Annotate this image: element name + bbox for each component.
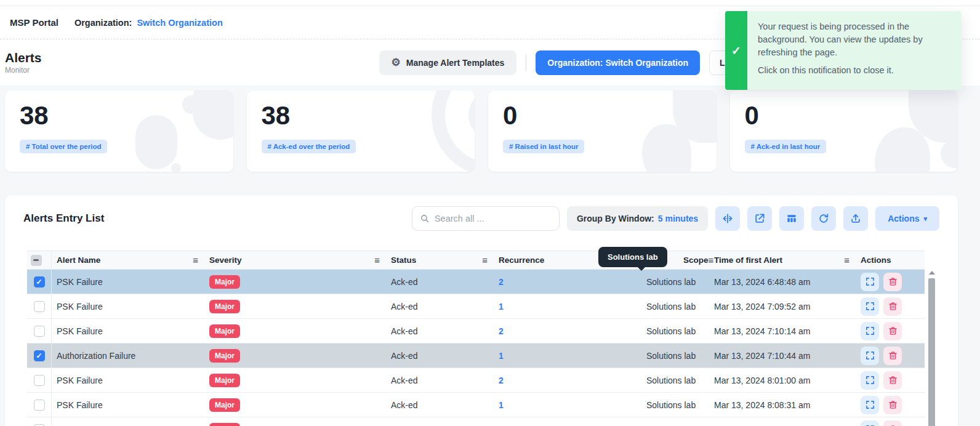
switch-organization-link[interactable]: Switch Organization (137, 18, 222, 28)
cell-recurrence: 1 (494, 302, 641, 311)
expand-alert-button[interactable] (861, 371, 879, 390)
cell-severity: Major (204, 374, 386, 387)
resize-columns-button[interactable] (715, 206, 740, 231)
page-title: Alerts (5, 50, 42, 65)
stat-card-acked-period: 38 # Ack-ed over the period (247, 90, 475, 172)
open-external-button[interactable] (747, 206, 772, 231)
expand-alert-button[interactable] (861, 396, 879, 414)
cell-actions (856, 396, 925, 414)
severity-badge: Major (209, 423, 240, 426)
table-row: ✓ PSK Failure Major Ack-ed 1 Solutions l… (27, 393, 925, 417)
column-menu-icon[interactable]: ≡ (193, 255, 198, 265)
export-button[interactable] (843, 206, 868, 231)
organization-switch-button[interactable]: Organization: Switch Organization (536, 50, 700, 75)
column-menu-icon[interactable]: ≡ (374, 255, 380, 265)
recurrence-link[interactable]: 1 (499, 302, 504, 311)
row-checkbox[interactable]: ✓ (34, 424, 45, 426)
recurrence-link[interactable]: 2 (499, 277, 504, 287)
expand-alert-button[interactable] (861, 273, 879, 291)
columns-button[interactable] (779, 206, 804, 231)
organization-selector: Organization: Switch Organization (74, 18, 223, 28)
delete-alert-button[interactable] (883, 396, 902, 414)
recurrence-link[interactable]: 2 (499, 326, 504, 336)
scrollbar-thumb[interactable] (928, 278, 935, 426)
severity-badge: Major (209, 349, 240, 363)
trash-icon (888, 276, 898, 287)
row-checkbox[interactable]: ✓ (34, 276, 45, 287)
cell-scope: Solutions lab (641, 351, 709, 361)
cell-time: Mar 13, 2024 8:01:00 am (709, 376, 856, 385)
scroll-up-arrow-icon[interactable] (929, 271, 935, 275)
toast-body: Your request is being processed in the b… (747, 11, 962, 90)
table-header-row: Alert Name≡ Severity≡ Status≡ Recurrence… (27, 251, 925, 270)
expand-icon (865, 400, 875, 410)
group-by-value: 5 minutes (658, 214, 698, 223)
column-menu-icon[interactable]: ≡ (844, 255, 849, 265)
cell-alert-name: PSK Failure (52, 376, 204, 385)
table-row: ✓ Major (27, 417, 925, 426)
gear-icon: ⚙ (392, 57, 401, 68)
manage-alert-templates-button[interactable]: ⚙ Manage Alert Templates (379, 50, 517, 75)
actions-dropdown-button[interactable]: Actions ▾ (875, 206, 939, 231)
expand-alert-button[interactable] (861, 347, 879, 365)
recurrence-link[interactable]: 1 (499, 351, 504, 361)
stat-value: 38 (262, 102, 460, 130)
delete-alert-button[interactable] (883, 273, 902, 291)
cell-severity: Major (204, 275, 386, 289)
expand-alert-button[interactable] (861, 322, 879, 340)
brand-msp-portal[interactable]: MSP Portal (10, 17, 58, 28)
row-checkbox[interactable]: ✓ (34, 326, 45, 337)
cell-severity: Major (204, 423, 386, 426)
cell-alert-name: Authorization Failure (52, 351, 204, 361)
scope-tooltip: Solutions lab (598, 247, 667, 267)
alerts-table: Alert Name≡ Severity≡ Status≡ Recurrence… (27, 251, 958, 426)
row-checkbox[interactable]: ✓ (34, 400, 45, 411)
cell-alert-name: PSK Failure (52, 326, 204, 336)
cell-actions (856, 322, 925, 340)
vertical-divider (526, 55, 526, 71)
toast-dismiss-hint: Click on this notification to close it. (758, 64, 951, 77)
table-row: ✓ PSK Failure Major Ack-ed 1 Solutions l… (27, 294, 925, 319)
success-toast[interactable]: ✓ Your request is being processed in the… (725, 11, 962, 90)
search-icon (420, 214, 430, 223)
table-scrollbar[interactable] (928, 271, 935, 426)
col-alert-name: Alert Name≡ (52, 251, 204, 269)
organization-label: Organization: (74, 18, 132, 28)
delete-alert-button[interactable] (883, 420, 902, 426)
cell-severity: Major (204, 324, 386, 338)
recurrence-link[interactable]: 1 (499, 400, 504, 410)
delete-alert-button[interactable] (883, 347, 902, 365)
delete-alert-button[interactable] (883, 371, 902, 390)
cell-alert-name: PSK Failure (52, 302, 204, 311)
row-checkbox[interactable]: ✓ (34, 375, 45, 386)
external-link-icon (753, 212, 766, 225)
refresh-button[interactable] (811, 206, 836, 231)
table-row: ✓ Authorization Failure Major Ack-ed 1 S… (27, 344, 925, 368)
cell-time: Mar 13, 2024 8:08:31 am (709, 400, 856, 410)
expand-alert-button[interactable] (861, 420, 879, 426)
check-icon: ✓ (731, 44, 741, 58)
table-row: ✓ PSK Failure Major Ack-ed 2 Solutions l… (27, 368, 925, 393)
recurrence-link[interactable]: 2 (499, 376, 504, 385)
delete-alert-button[interactable] (883, 297, 902, 316)
row-checkbox[interactable]: ✓ (34, 350, 45, 361)
row-checkbox-cell: ✓ (27, 270, 52, 294)
delete-alert-button[interactable] (883, 322, 902, 340)
select-all-checkbox[interactable] (31, 255, 42, 266)
cell-time: Mar 13, 2024 7:10:44 am (709, 351, 856, 361)
row-checkbox[interactable]: ✓ (34, 301, 45, 312)
group-by-window-chip[interactable]: Group By Window: 5 minutes (567, 206, 708, 231)
stat-label-badge: # Ack-ed over the period (262, 140, 356, 153)
search-input[interactable] (435, 214, 552, 223)
cell-recurrence: 2 (494, 326, 641, 336)
cell-actions (856, 371, 925, 390)
expand-alert-button[interactable] (861, 297, 879, 316)
toast-message: Your request is being processed in the b… (758, 20, 951, 59)
column-menu-icon[interactable]: ≡ (482, 255, 488, 265)
cell-status: Ack-ed (386, 326, 494, 336)
row-checkbox-cell: ✓ (27, 294, 52, 318)
page-subtitle: Monitor (5, 66, 42, 74)
cell-severity: Major (204, 300, 386, 313)
cell-actions (856, 347, 925, 365)
cell-status: Ack-ed (386, 376, 494, 385)
